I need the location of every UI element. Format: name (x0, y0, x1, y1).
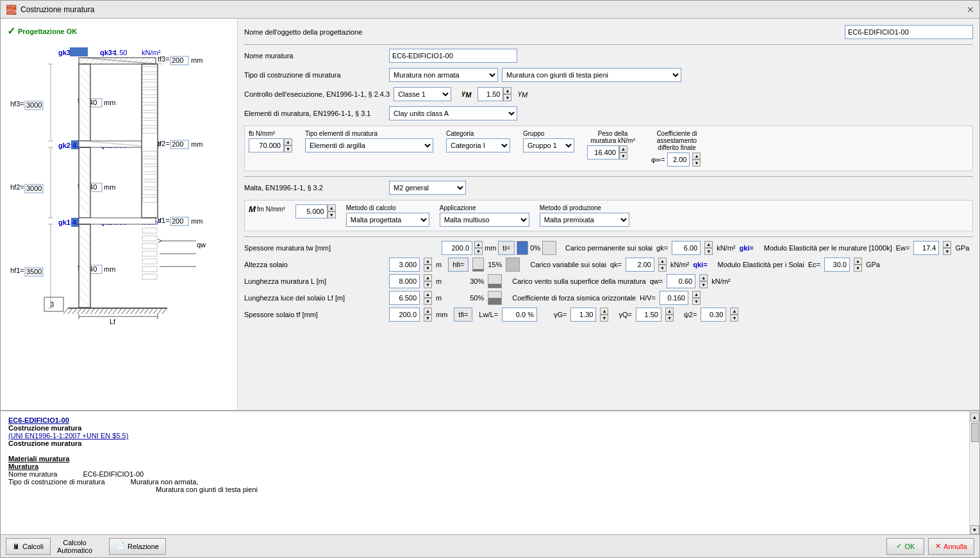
gk-dn[interactable]: ▼ (704, 248, 713, 255)
lunghezza-input[interactable] (389, 274, 420, 288)
scroll-up-btn[interactable]: ▲ (970, 413, 979, 422)
peso-input[interactable] (587, 145, 619, 160)
ti-button[interactable]: ti= (498, 241, 515, 255)
gruppo-select[interactable]: Gruppo 1 (523, 138, 574, 152)
qw-up[interactable]: ▲ (699, 274, 708, 281)
fm-dn[interactable]: ▼ (328, 211, 336, 218)
gk-up[interactable]: ▲ (704, 241, 713, 248)
qk-dn[interactable]: ▼ (658, 265, 667, 272)
close-button[interactable]: ✕ (967, 4, 974, 15)
svg-line-72 (108, 308, 113, 314)
qk-up[interactable]: ▲ (658, 258, 667, 265)
calcoli-button[interactable]: 🖩 Calcoli (6, 538, 51, 555)
yg-dn[interactable]: ▼ (600, 315, 608, 322)
yg-input[interactable] (570, 308, 596, 322)
ew-input[interactable] (913, 241, 939, 255)
categoria-select[interactable]: Categoria I (446, 138, 510, 152)
yq-dn[interactable]: ▼ (665, 315, 674, 322)
ec-input[interactable] (824, 258, 850, 272)
scroll-thumb[interactable] (971, 423, 979, 442)
yq-input[interactable] (636, 308, 661, 322)
solaio-dn[interactable]: ▼ (424, 315, 432, 322)
coeff-label: Coefficiente di assestamento differito f… (651, 130, 702, 151)
hav-input[interactable] (660, 291, 688, 305)
yg-up[interactable]: ▲ (600, 308, 608, 315)
fm-input[interactable] (295, 204, 328, 218)
gamma-m-up[interactable]: ▲ (503, 87, 511, 94)
spessore-tw-dn[interactable]: ▼ (474, 248, 483, 255)
ew-up[interactable]: ▲ (943, 241, 951, 248)
spessore-tw-input[interactable] (442, 241, 472, 255)
scroll-dn-btn[interactable]: ▼ (970, 525, 979, 534)
gk-eq-label: gk= (656, 244, 668, 252)
metodo-prod-select[interactable]: Malta premixata (540, 213, 629, 227)
spessore-tw-up[interactable]: ▲ (474, 241, 483, 248)
ok-button[interactable]: ✓ OK (886, 538, 924, 555)
spessore-tw-input-row: ▲ ▼ mm ti= 0% (442, 241, 560, 255)
gamma-m-input[interactable] (478, 87, 503, 101)
classe-select[interactable]: Classe 1 (394, 87, 451, 101)
tipo-el-select[interactable]: Elementi di argilla (305, 138, 433, 152)
peso-dn[interactable]: ▼ (619, 152, 627, 160)
fm-up[interactable]: ▲ (328, 204, 336, 211)
peso-up[interactable]: ▲ (619, 145, 627, 152)
annulla-button[interactable]: ✕ Annulla (928, 538, 974, 555)
tf1-unit: mm (191, 217, 203, 225)
psi2-up[interactable]: ▲ (730, 308, 738, 315)
categoria-label: Categoria (446, 130, 510, 137)
fb-dn[interactable]: ▼ (284, 145, 292, 152)
relazione-button[interactable]: 📄 Relazione (109, 538, 166, 555)
phi-dn[interactable]: ▼ (692, 160, 701, 167)
phi-input[interactable] (667, 152, 690, 167)
forza-sismica-label: Coefficiente di forza sismica orizzontal… (512, 294, 636, 302)
ti-box-0 (542, 241, 556, 255)
hfi-button[interactable]: hfi= (448, 258, 469, 272)
luce-input[interactable] (389, 291, 420, 305)
object-value-input[interactable] (845, 25, 973, 39)
svg-rect-56 (142, 243, 157, 249)
gk-input[interactable] (672, 241, 701, 255)
carico-var-label: Carico variabile sui solai (530, 261, 606, 268)
nome-muratura-input[interactable] (389, 49, 517, 63)
lunghezza-up[interactable]: ▲ (424, 274, 432, 281)
fb-input[interactable] (249, 138, 284, 152)
window-title: Costruzione muratura (21, 5, 94, 14)
ew-dn[interactable]: ▼ (943, 248, 951, 255)
tfi-button[interactable]: tfi= (454, 308, 472, 322)
applicazione-select[interactable]: Malta multiuso (440, 213, 529, 227)
psi2-input[interactable] (701, 308, 726, 322)
luce-up[interactable]: ▲ (424, 291, 432, 298)
psi2-dn[interactable]: ▼ (730, 315, 738, 322)
tipo-giunti-select[interactable]: Muratura con giunti di testa pieni (502, 68, 681, 82)
ec-up[interactable]: ▲ (854, 258, 862, 265)
luce-dn[interactable]: ▼ (424, 298, 432, 305)
svg-line-81 (149, 308, 153, 314)
tipo-costruzione-select[interactable]: Muratura non armata (389, 68, 498, 82)
phi-up[interactable]: ▲ (692, 152, 701, 160)
lunghezza-dn[interactable]: ▼ (424, 281, 432, 288)
hf-input[interactable] (389, 258, 420, 272)
scrollbar[interactable]: ▲ ▼ (969, 411, 979, 534)
metodo-calc-select[interactable]: Malta progettata (346, 213, 429, 227)
qw-input[interactable] (667, 274, 695, 288)
solaio-input[interactable] (389, 308, 420, 322)
hf-dn[interactable]: ▼ (424, 265, 432, 272)
gki-label: gki= (739, 244, 753, 252)
solaio-up[interactable]: ▲ (424, 308, 432, 315)
spessore-tw-label: Spessore muratura tw [mm] (244, 244, 331, 252)
fb-up[interactable]: ▲ (284, 138, 292, 145)
elementi-select[interactable]: Clay units class A (389, 106, 517, 120)
ti-pct-15: 15% (488, 261, 502, 268)
qw-dn[interactable]: ▼ (699, 281, 708, 288)
hf-up[interactable]: ▲ (424, 258, 432, 265)
hav-dn[interactable]: ▼ (692, 298, 701, 305)
hav-up[interactable]: ▲ (692, 291, 701, 298)
applicazione-label: Applicazione (440, 204, 529, 211)
ec-dn[interactable]: ▼ (854, 265, 862, 272)
lwl-input[interactable] (502, 308, 537, 322)
malta-select[interactable]: M2 general (389, 181, 466, 195)
qk-input[interactable] (626, 258, 654, 272)
gamma-m-dn[interactable]: ▼ (503, 94, 511, 101)
hf3-label: hf3= (10, 100, 24, 108)
yq-up[interactable]: ▲ (665, 308, 674, 315)
